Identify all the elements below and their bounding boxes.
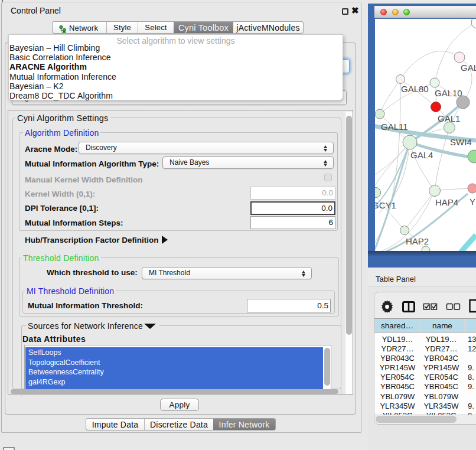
svg-text:SWI4: SWI4: [450, 137, 472, 147]
svg-text:Y: Y: [470, 197, 475, 207]
svg-text:GAL1: GAL1: [438, 113, 460, 123]
svg-text:GAL10: GAL10: [435, 88, 462, 98]
svg-text:GAL80: GAL80: [401, 84, 429, 94]
svg-text:GAL7: GAL7: [461, 63, 476, 73]
svg-text:GAL4: GAL4: [410, 150, 433, 160]
svg-text:HAP2: HAP2: [406, 236, 429, 246]
svg-text:GAL11: GAL11: [381, 122, 408, 132]
svg-text:HAP4: HAP4: [435, 197, 458, 207]
svg-text:GCY1: GCY1: [375, 200, 396, 210]
